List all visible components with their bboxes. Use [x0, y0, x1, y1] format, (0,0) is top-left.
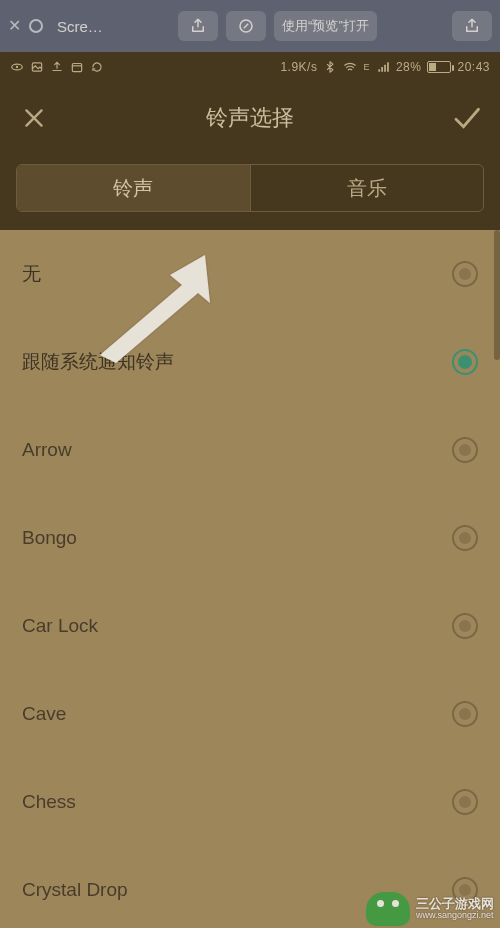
segmented-control: 铃声 音乐 — [16, 164, 484, 212]
markup-button[interactable] — [226, 11, 266, 41]
ringtone-row[interactable]: Car Lock — [0, 582, 500, 670]
radio-button[interactable] — [452, 701, 478, 727]
watermark: 三公子游戏网 www.sangongzi.net — [356, 888, 500, 928]
radio-button[interactable] — [452, 261, 478, 287]
ringtone-row[interactable]: Arrow — [0, 406, 500, 494]
tab-ringtone-label: 铃声 — [113, 175, 153, 202]
tab-ringtone[interactable]: 铃声 — [17, 165, 250, 211]
radio-dot-icon — [459, 620, 471, 632]
share-button[interactable] — [178, 11, 218, 41]
ringtone-label: Crystal Drop — [22, 879, 128, 901]
open-with-label: 使用“预览”打开 — [282, 17, 369, 35]
pen-circle-icon — [237, 17, 255, 35]
mac-toolbar-right — [452, 11, 492, 41]
close-icon[interactable]: ✕ — [8, 18, 21, 34]
tab-bar: 铃声 音乐 — [0, 154, 500, 230]
svg-rect-4 — [72, 64, 81, 72]
scrollbar[interactable] — [494, 230, 500, 360]
screen-root: ✕ Scre… 使用“预览”打开 — [0, 0, 500, 928]
radio-dot-icon — [459, 444, 471, 456]
confirm-button[interactable] — [448, 100, 484, 136]
image-icon — [30, 60, 44, 74]
clock: 20:43 — [457, 60, 490, 74]
page-title: 铃声选择 — [206, 103, 294, 133]
app-header: 铃声选择 — [0, 82, 500, 154]
radio-button[interactable] — [452, 437, 478, 463]
ringtone-label: Car Lock — [22, 615, 98, 637]
svg-point-2 — [16, 66, 18, 68]
wifi-icon — [343, 60, 357, 74]
watermark-domain: www.sangongzi.net — [416, 911, 494, 921]
share-icon — [463, 17, 481, 35]
battery-pct: 28% — [396, 60, 422, 74]
ringtone-label: Cave — [22, 703, 66, 725]
calendar-icon — [70, 60, 84, 74]
net-speed: 1.9K/s — [280, 60, 317, 74]
ringtone-row[interactable]: Bongo — [0, 494, 500, 582]
tab-music-label: 音乐 — [347, 175, 387, 202]
radio-button[interactable] — [452, 613, 478, 639]
ringtone-list: 无跟随系统通知铃声ArrowBongoCar LockCaveChessCrys… — [0, 230, 500, 928]
radio-button[interactable] — [452, 789, 478, 815]
ringtone-label: Arrow — [22, 439, 72, 461]
ringtone-label: 跟随系统通知铃声 — [22, 349, 174, 375]
status-left — [10, 60, 104, 74]
battery-icon — [427, 61, 451, 73]
ringtone-label: Bongo — [22, 527, 77, 549]
radio-button[interactable] — [452, 349, 478, 375]
close-button[interactable] — [16, 100, 52, 136]
watermark-text: 三公子游戏网 www.sangongzi.net — [416, 897, 494, 921]
radio-dot-icon — [459, 708, 471, 720]
mac-toolbar: ✕ Scre… 使用“预览”打开 — [0, 0, 500, 52]
signal-icon — [376, 60, 390, 74]
ringtone-label: 无 — [22, 261, 41, 287]
x-icon — [21, 105, 47, 131]
mac-toolbar-left: ✕ Scre… — [8, 18, 103, 35]
upload-icon — [50, 60, 64, 74]
bluetooth-icon — [323, 60, 337, 74]
net-type: E — [363, 62, 370, 72]
fullscreen-icon[interactable] — [29, 19, 43, 33]
refresh-icon — [90, 60, 104, 74]
open-with-preview-button[interactable]: 使用“预览”打开 — [274, 11, 377, 41]
radio-dot-icon — [459, 268, 471, 280]
share-sheet-button[interactable] — [452, 11, 492, 41]
ringtone-label: Chess — [22, 791, 76, 813]
android-status-bar: 1.9K/s E 28% 20:43 — [0, 52, 500, 82]
radio-dot-icon — [458, 355, 472, 369]
check-icon — [451, 103, 481, 133]
share-up-icon — [189, 17, 207, 35]
status-right: 1.9K/s E 28% 20:43 — [280, 60, 490, 74]
window-title: Scre… — [57, 18, 103, 35]
radio-dot-icon — [459, 796, 471, 808]
ringtone-row[interactable]: Chess — [0, 758, 500, 846]
watermark-logo-icon — [366, 892, 410, 926]
eye-icon — [10, 60, 24, 74]
ringtone-row[interactable]: 无 — [0, 230, 500, 318]
radio-button[interactable] — [452, 525, 478, 551]
ringtone-row[interactable]: 跟随系统通知铃声 — [0, 318, 500, 406]
ringtone-row[interactable]: Cave — [0, 670, 500, 758]
tab-music[interactable]: 音乐 — [250, 165, 484, 211]
radio-dot-icon — [459, 532, 471, 544]
mac-toolbar-center: 使用“预览”打开 — [103, 11, 452, 41]
